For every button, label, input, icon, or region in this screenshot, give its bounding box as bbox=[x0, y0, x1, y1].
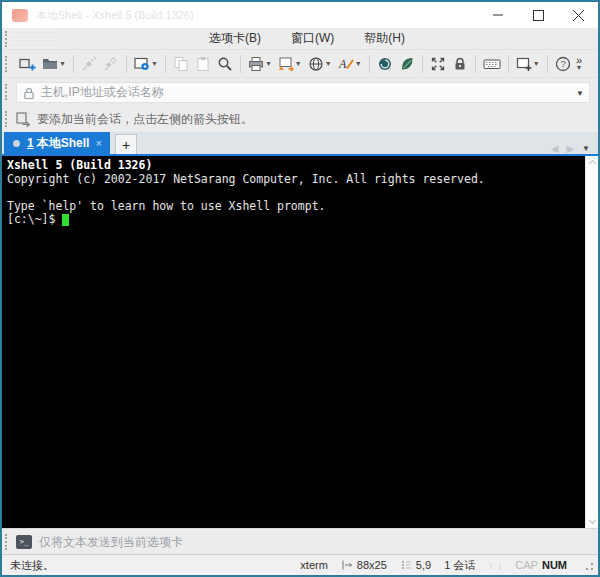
terminal-line: Copyright (c) 2002-2017 NetSarang Comput… bbox=[7, 173, 580, 187]
terminal-prompt: [c:\~]$ bbox=[7, 213, 55, 227]
close-button[interactable] bbox=[558, 2, 598, 28]
menu-help[interactable]: 帮助(H) bbox=[360, 28, 409, 49]
resize-grip-icon[interactable] bbox=[584, 559, 594, 571]
copy-button[interactable] bbox=[171, 54, 191, 74]
encoding-globe-icon bbox=[308, 56, 324, 72]
terminal-line: Type `help' to learn how to use Xshell p… bbox=[7, 200, 580, 214]
chevron-down-icon[interactable]: ▼ bbox=[59, 60, 66, 67]
chevron-down-icon[interactable]: ▼ bbox=[355, 60, 362, 67]
help-button[interactable]: ? bbox=[553, 54, 573, 74]
info-bar-grip[interactable] bbox=[5, 111, 11, 127]
print-button[interactable]: ▼ bbox=[246, 54, 274, 74]
chevron-down-icon[interactable]: ▼ bbox=[265, 60, 272, 67]
toolbar-grip[interactable] bbox=[5, 56, 11, 72]
font-color-icon: A bbox=[338, 56, 354, 72]
terminal-prompt-line: [c:\~]$ bbox=[7, 213, 580, 227]
xftp-icon bbox=[399, 56, 415, 72]
menu-window[interactable]: 窗口(W) bbox=[287, 28, 338, 49]
tab-bar: 1 本地Shell × + ◀ ▶ ▼ bbox=[2, 132, 598, 156]
caps-lock-indicator: CAP bbox=[515, 559, 538, 571]
tab-label: 本地Shell bbox=[37, 135, 90, 152]
next-session-icon[interactable]: ↓ bbox=[497, 560, 502, 571]
chevron-down-icon[interactable]: ▼ bbox=[295, 60, 302, 67]
window-title: 本地Shell - Xshell 5 (Build 1326) bbox=[36, 8, 194, 23]
screen-layout-icon bbox=[278, 56, 294, 72]
connect-button[interactable] bbox=[79, 54, 99, 74]
send-text-bar: >_ bbox=[2, 528, 598, 554]
disconnect-icon bbox=[103, 56, 119, 72]
chevron-down-icon[interactable]: ▼ bbox=[325, 60, 332, 67]
minimize-button[interactable] bbox=[478, 2, 518, 28]
send-bar-grip[interactable] bbox=[5, 534, 11, 550]
menu-tab[interactable]: 选项卡(B) bbox=[205, 28, 265, 49]
disconnect-button[interactable] bbox=[101, 54, 121, 74]
tab-scrollers: ◀ ▶ ▼ bbox=[551, 143, 598, 154]
new-session-button[interactable] bbox=[17, 54, 38, 74]
info-message: 要添加当前会话，点击左侧的箭头按钮。 bbox=[37, 111, 253, 128]
encoding-button[interactable]: ▼ bbox=[306, 54, 334, 74]
virtual-keyboard-button[interactable] bbox=[481, 54, 503, 74]
chevron-down-icon[interactable]: ▼ bbox=[151, 60, 158, 67]
connection-status: 未连接。 bbox=[10, 558, 54, 573]
toolbar-separator bbox=[165, 55, 166, 73]
close-icon bbox=[573, 10, 584, 21]
new-window-icon bbox=[516, 56, 532, 72]
chevron-down-icon[interactable]: ▼ bbox=[533, 60, 540, 67]
toolbar-separator bbox=[126, 55, 127, 73]
address-field-wrap: ▼ bbox=[16, 82, 590, 103]
xftp-button[interactable] bbox=[397, 54, 417, 74]
font-color-button[interactable]: A ▼ bbox=[336, 54, 364, 74]
screen-layout-button[interactable]: ▼ bbox=[276, 54, 304, 74]
address-lock-icon bbox=[23, 87, 35, 100]
menu-ghost-decoration bbox=[10, 30, 56, 48]
toolbar-separator bbox=[73, 55, 74, 73]
open-folder-icon bbox=[42, 56, 58, 72]
title-bar: 本地Shell - Xshell 5 (Build 1326) bbox=[2, 2, 598, 28]
status-right-group: xterm 88x25 5,9 1 会话 ↑ ↓ CAP NUM bbox=[300, 558, 594, 573]
tab-scroll-right-icon[interactable]: ▶ bbox=[566, 143, 574, 154]
open-session-button[interactable]: ▼ bbox=[40, 54, 68, 74]
grid-size-icon bbox=[341, 559, 353, 571]
find-button[interactable] bbox=[215, 54, 235, 74]
tab-scroll-left-icon[interactable]: ◀ bbox=[551, 143, 559, 154]
address-bar: ▼ bbox=[2, 78, 598, 106]
terminal-type: xterm bbox=[300, 559, 328, 571]
terminal-screen[interactable]: Xshell 5 (Build 1326) Copyright (c) 2002… bbox=[2, 156, 598, 528]
tab-list-dropdown-icon[interactable]: ▼ bbox=[582, 144, 590, 153]
xagent-button[interactable] bbox=[375, 54, 395, 74]
cursor-position-item: 5,9 bbox=[400, 559, 431, 571]
scroll-down-icon[interactable] bbox=[588, 517, 595, 524]
fullscreen-button[interactable] bbox=[428, 54, 448, 74]
cursor-position-value: 5,9 bbox=[416, 559, 431, 571]
address-bar-grip[interactable] bbox=[5, 84, 11, 100]
toolbar-separator bbox=[422, 55, 423, 73]
menu-bar: 选项卡(B) 窗口(W) 帮助(H) bbox=[2, 28, 598, 50]
lock-screen-button[interactable] bbox=[450, 54, 470, 74]
paste-button[interactable] bbox=[193, 54, 213, 74]
tab-close-icon[interactable]: × bbox=[94, 137, 104, 149]
session-info-bar: 要添加当前会话，点击左侧的箭头按钮。 bbox=[2, 106, 598, 132]
toolbar-separator bbox=[240, 55, 241, 73]
send-text-input[interactable] bbox=[39, 535, 590, 549]
maximize-button[interactable] bbox=[518, 2, 558, 28]
address-dropdown-icon[interactable]: ▼ bbox=[576, 89, 584, 98]
prev-session-icon[interactable]: ↑ bbox=[488, 560, 493, 571]
menu-items: 选项卡(B) 窗口(W) 帮助(H) bbox=[205, 28, 409, 49]
cursor-position-icon bbox=[400, 559, 412, 571]
host-address-input[interactable] bbox=[16, 82, 590, 103]
tab-index: 1 bbox=[27, 136, 34, 150]
terminal-scrollbar[interactable] bbox=[585, 156, 598, 528]
terminal-line bbox=[7, 186, 580, 200]
tab-local-shell[interactable]: 1 本地Shell × bbox=[4, 132, 110, 154]
paste-icon bbox=[195, 56, 211, 72]
session-properties-button[interactable]: ▼ bbox=[132, 54, 160, 74]
new-tab-button[interactable]: + bbox=[115, 134, 137, 154]
new-window-button[interactable]: ▼ bbox=[514, 54, 542, 74]
xshell-window: 本地Shell - Xshell 5 (Build 1326) 选项卡(B) 窗… bbox=[0, 0, 600, 577]
scroll-up-icon[interactable] bbox=[588, 160, 595, 167]
toolbar-overflow-button[interactable]: » ▼ bbox=[576, 56, 583, 72]
overflow-chevron-icon: » bbox=[576, 56, 582, 64]
grid-size-value: 88x25 bbox=[357, 559, 387, 571]
copy-icon bbox=[173, 56, 189, 72]
terminal-cursor bbox=[62, 214, 69, 226]
